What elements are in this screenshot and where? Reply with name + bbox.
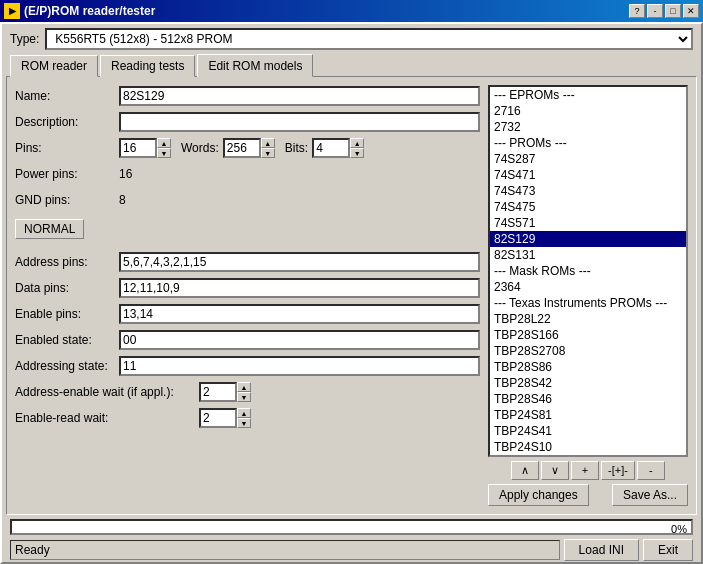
app-icon: ▶: [4, 3, 20, 19]
mode-button[interactable]: NORMAL: [15, 219, 84, 239]
rom-list-item[interactable]: 74S475: [490, 199, 686, 215]
enable-pins-input[interactable]: [119, 304, 480, 324]
rom-list-item[interactable]: TBP28S2708: [490, 343, 686, 359]
rom-list-item[interactable]: --- Texas Instruments PROMs ---: [490, 295, 686, 311]
address-pins-label: Address pins:: [15, 255, 115, 269]
rom-list-item[interactable]: --- PROMs ---: [490, 135, 686, 151]
description-input[interactable]: [119, 112, 480, 132]
apply-save-row: Apply changes Save As...: [488, 484, 688, 506]
name-row: Name:: [15, 85, 480, 107]
enable-read-wait-up-btn[interactable]: ▲: [237, 408, 251, 418]
rom-list-item[interactable]: TBP28S86: [490, 359, 686, 375]
pins-words-bits-row: Pins: ▲ ▼ Words: ▲ ▼ Bits:: [15, 137, 480, 159]
rom-list-item[interactable]: TBP24S81: [490, 407, 686, 423]
rom-list-item[interactable]: --- EPROMs ---: [490, 87, 686, 103]
maximize-button[interactable]: □: [665, 4, 681, 18]
rom-list-item[interactable]: TBP28S42: [490, 375, 686, 391]
tab-reading-tests[interactable]: Reading tests: [100, 55, 195, 77]
enabled-state-input[interactable]: [119, 330, 480, 350]
addr-enable-wait-row: Address-enable wait (if appl.): ▲ ▼: [15, 381, 480, 403]
addr-enable-wait-spinner: ▲ ▼: [199, 382, 251, 402]
bits-down-btn[interactable]: ▼: [350, 148, 364, 158]
exit-button[interactable]: Exit: [643, 539, 693, 561]
pins-label: Pins:: [15, 141, 115, 155]
bottom-area: 0% Ready Load INI Exit: [2, 515, 701, 564]
words-spinner: ▲ ▼: [223, 138, 275, 158]
title-bar: ▶ (E/P)ROM reader/tester ? - □ ✕: [0, 0, 703, 22]
address-pins-row: Address pins:: [15, 251, 480, 273]
rom-list-item[interactable]: 82S131: [490, 247, 686, 263]
enable-read-wait-row: Enable-read wait: ▲ ▼: [15, 407, 480, 429]
data-pins-label: Data pins:: [15, 281, 115, 295]
address-pins-input[interactable]: [119, 252, 480, 272]
gnd-pins-row: GND pins: 8: [15, 189, 480, 211]
tab-rom-reader[interactable]: ROM reader: [10, 55, 98, 77]
addressing-state-row: Addressing state:: [15, 355, 480, 377]
pins-spinner: ▲ ▼: [119, 138, 171, 158]
progress-area: 0%: [10, 519, 693, 535]
rom-list-item[interactable]: TBP24S41: [490, 423, 686, 439]
rom-list-item[interactable]: --- Mask ROMs ---: [490, 263, 686, 279]
load-ini-button[interactable]: Load INI: [564, 539, 639, 561]
addressing-state-label: Addressing state:: [15, 359, 115, 373]
bits-spinner: ▲ ▼: [312, 138, 364, 158]
words-down-btn[interactable]: ▼: [261, 148, 275, 158]
bits-input[interactable]: [312, 138, 350, 158]
name-input[interactable]: [119, 86, 480, 106]
rom-list-item[interactable]: 2364: [490, 279, 686, 295]
addr-enable-wait-down-btn[interactable]: ▼: [237, 392, 251, 402]
addr-enable-wait-up-btn[interactable]: ▲: [237, 382, 251, 392]
rom-list-item[interactable]: 2716: [490, 103, 686, 119]
bits-label: Bits:: [285, 141, 308, 155]
progress-pct-label: 0%: [671, 521, 687, 537]
rom-list-item[interactable]: 74S571: [490, 215, 686, 231]
name-label: Name:: [15, 89, 115, 103]
type-select-wrapper[interactable]: K556RT5 (512x8) - 512x8 PROM: [45, 28, 693, 50]
help-button[interactable]: ?: [629, 4, 645, 18]
tab-edit-rom-models[interactable]: Edit ROM models: [197, 54, 313, 77]
main-window: Type: K556RT5 (512x8) - 512x8 PROM ROM r…: [0, 22, 703, 564]
down-button[interactable]: ∨: [541, 461, 569, 480]
enabled-state-row: Enabled state:: [15, 329, 480, 351]
rom-list-item[interactable]: TBP28S166: [490, 327, 686, 343]
window-title: (E/P)ROM reader/tester: [24, 4, 155, 18]
power-pins-label: Power pins:: [15, 167, 115, 181]
copy-button[interactable]: -[+]-: [601, 461, 635, 480]
right-panel: --- EPROMs ---27162732--- PROMs ---74S28…: [488, 85, 688, 506]
addr-enable-wait-input[interactable]: [199, 382, 237, 402]
left-panel: Name: Description: Pins: ▲ ▼ Words:: [15, 85, 480, 506]
apply-changes-button[interactable]: Apply changes: [488, 484, 589, 506]
pins-down-btn[interactable]: ▼: [157, 148, 171, 158]
addressing-state-input[interactable]: [119, 356, 480, 376]
type-select[interactable]: K556RT5 (512x8) - 512x8 PROM: [45, 28, 693, 50]
up-button[interactable]: ∧: [511, 461, 539, 480]
addr-enable-wait-label: Address-enable wait (if appl.):: [15, 385, 195, 399]
rom-list-item[interactable]: 74S287: [490, 151, 686, 167]
enable-read-wait-spinner: ▲ ▼: [199, 408, 251, 428]
bits-up-btn[interactable]: ▲: [350, 138, 364, 148]
enable-read-wait-input[interactable]: [199, 408, 237, 428]
rom-list-item[interactable]: 74S473: [490, 183, 686, 199]
mode-row: NORMAL: [15, 215, 480, 239]
gnd-pins-label: GND pins:: [15, 193, 115, 207]
pins-up-btn[interactable]: ▲: [157, 138, 171, 148]
rom-list-item[interactable]: TBP28L22: [490, 311, 686, 327]
save-as-button[interactable]: Save As...: [612, 484, 688, 506]
rom-list[interactable]: --- EPROMs ---27162732--- PROMs ---74S28…: [488, 85, 688, 457]
remove-button[interactable]: -: [637, 461, 665, 480]
rom-list-item[interactable]: 2732: [490, 119, 686, 135]
rom-list-item[interactable]: TBP24S10: [490, 439, 686, 455]
data-pins-input[interactable]: [119, 278, 480, 298]
gnd-pins-value: 8: [119, 193, 126, 207]
rom-list-item[interactable]: 82S129: [490, 231, 686, 247]
enable-read-wait-down-btn[interactable]: ▼: [237, 418, 251, 428]
words-up-btn[interactable]: ▲: [261, 138, 275, 148]
pins-input[interactable]: [119, 138, 157, 158]
enable-read-wait-label: Enable-read wait:: [15, 411, 195, 425]
words-input[interactable]: [223, 138, 261, 158]
rom-list-item[interactable]: TBP28S46: [490, 391, 686, 407]
close-button[interactable]: ✕: [683, 4, 699, 18]
minimize-button[interactable]: -: [647, 4, 663, 18]
add-button[interactable]: +: [571, 461, 599, 480]
rom-list-item[interactable]: 74S471: [490, 167, 686, 183]
